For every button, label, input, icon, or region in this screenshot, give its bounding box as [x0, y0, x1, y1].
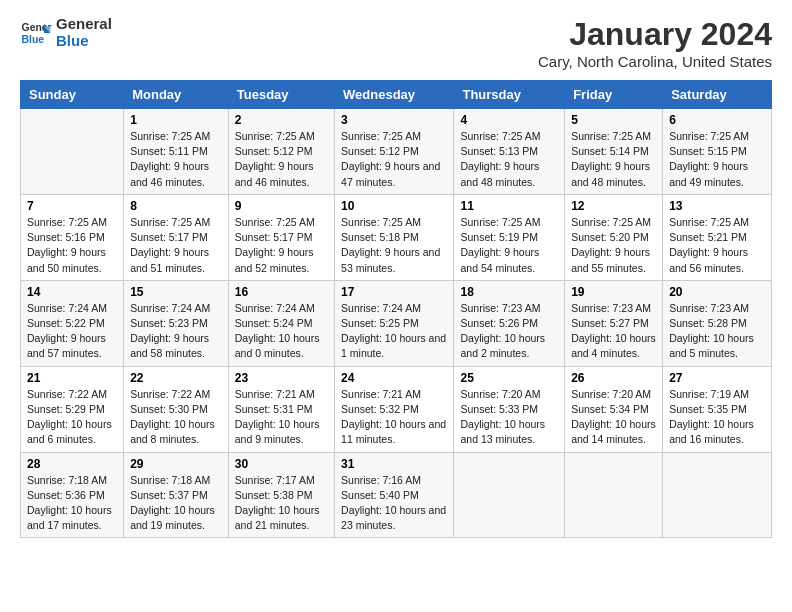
cell-info: Sunrise: 7:25 AMSunset: 5:13 PMDaylight:… — [460, 129, 558, 190]
cell-info: Sunrise: 7:25 AMSunset: 5:16 PMDaylight:… — [27, 215, 117, 276]
calendar-cell: 13Sunrise: 7:25 AMSunset: 5:21 PMDayligh… — [663, 194, 772, 280]
date-number: 10 — [341, 199, 447, 213]
date-number: 20 — [669, 285, 765, 299]
date-number: 31 — [341, 457, 447, 471]
day-header-monday: Monday — [124, 81, 229, 109]
calendar-cell: 1Sunrise: 7:25 AMSunset: 5:11 PMDaylight… — [124, 109, 229, 195]
date-number: 17 — [341, 285, 447, 299]
calendar-cell: 5Sunrise: 7:25 AMSunset: 5:14 PMDaylight… — [565, 109, 663, 195]
cell-info: Sunrise: 7:22 AMSunset: 5:29 PMDaylight:… — [27, 387, 117, 448]
calendar-cell — [454, 452, 565, 538]
calendar-cell: 31Sunrise: 7:16 AMSunset: 5:40 PMDayligh… — [335, 452, 454, 538]
cell-info: Sunrise: 7:16 AMSunset: 5:40 PMDaylight:… — [341, 473, 447, 534]
date-number: 2 — [235, 113, 328, 127]
day-header-tuesday: Tuesday — [228, 81, 334, 109]
calendar-cell: 12Sunrise: 7:25 AMSunset: 5:20 PMDayligh… — [565, 194, 663, 280]
calendar-cell — [21, 109, 124, 195]
date-number: 4 — [460, 113, 558, 127]
calendar-cell: 8Sunrise: 7:25 AMSunset: 5:17 PMDaylight… — [124, 194, 229, 280]
cell-info: Sunrise: 7:24 AMSunset: 5:22 PMDaylight:… — [27, 301, 117, 362]
date-number: 28 — [27, 457, 117, 471]
header: General Blue General Blue January 2024 C… — [20, 16, 772, 70]
date-number: 30 — [235, 457, 328, 471]
date-number: 27 — [669, 371, 765, 385]
cell-info: Sunrise: 7:17 AMSunset: 5:38 PMDaylight:… — [235, 473, 328, 534]
calendar-cell: 28Sunrise: 7:18 AMSunset: 5:36 PMDayligh… — [21, 452, 124, 538]
calendar-table: SundayMondayTuesdayWednesdayThursdayFrid… — [20, 80, 772, 538]
week-row-4: 21Sunrise: 7:22 AMSunset: 5:29 PMDayligh… — [21, 366, 772, 452]
date-number: 16 — [235, 285, 328, 299]
date-number: 25 — [460, 371, 558, 385]
cell-info: Sunrise: 7:25 AMSunset: 5:12 PMDaylight:… — [235, 129, 328, 190]
date-number: 24 — [341, 371, 447, 385]
cell-info: Sunrise: 7:21 AMSunset: 5:32 PMDaylight:… — [341, 387, 447, 448]
date-number: 8 — [130, 199, 222, 213]
cell-info: Sunrise: 7:24 AMSunset: 5:23 PMDaylight:… — [130, 301, 222, 362]
calendar-cell: 3Sunrise: 7:25 AMSunset: 5:12 PMDaylight… — [335, 109, 454, 195]
main-title: January 2024 — [538, 16, 772, 53]
date-number: 1 — [130, 113, 222, 127]
date-number: 9 — [235, 199, 328, 213]
calendar-cell: 16Sunrise: 7:24 AMSunset: 5:24 PMDayligh… — [228, 280, 334, 366]
calendar-cell — [565, 452, 663, 538]
calendar-cell: 7Sunrise: 7:25 AMSunset: 5:16 PMDaylight… — [21, 194, 124, 280]
date-number: 5 — [571, 113, 656, 127]
date-number: 7 — [27, 199, 117, 213]
date-number: 23 — [235, 371, 328, 385]
week-row-3: 14Sunrise: 7:24 AMSunset: 5:22 PMDayligh… — [21, 280, 772, 366]
week-row-5: 28Sunrise: 7:18 AMSunset: 5:36 PMDayligh… — [21, 452, 772, 538]
calendar-cell: 22Sunrise: 7:22 AMSunset: 5:30 PMDayligh… — [124, 366, 229, 452]
cell-info: Sunrise: 7:25 AMSunset: 5:19 PMDaylight:… — [460, 215, 558, 276]
date-number: 12 — [571, 199, 656, 213]
cell-info: Sunrise: 7:25 AMSunset: 5:12 PMDaylight:… — [341, 129, 447, 190]
calendar-cell: 26Sunrise: 7:20 AMSunset: 5:34 PMDayligh… — [565, 366, 663, 452]
cell-info: Sunrise: 7:21 AMSunset: 5:31 PMDaylight:… — [235, 387, 328, 448]
day-header-friday: Friday — [565, 81, 663, 109]
date-number: 18 — [460, 285, 558, 299]
cell-info: Sunrise: 7:23 AMSunset: 5:26 PMDaylight:… — [460, 301, 558, 362]
cell-info: Sunrise: 7:23 AMSunset: 5:27 PMDaylight:… — [571, 301, 656, 362]
date-number: 22 — [130, 371, 222, 385]
calendar-cell: 21Sunrise: 7:22 AMSunset: 5:29 PMDayligh… — [21, 366, 124, 452]
calendar-cell: 11Sunrise: 7:25 AMSunset: 5:19 PMDayligh… — [454, 194, 565, 280]
cell-info: Sunrise: 7:23 AMSunset: 5:28 PMDaylight:… — [669, 301, 765, 362]
calendar-cell: 10Sunrise: 7:25 AMSunset: 5:18 PMDayligh… — [335, 194, 454, 280]
calendar-cell: 14Sunrise: 7:24 AMSunset: 5:22 PMDayligh… — [21, 280, 124, 366]
date-number: 15 — [130, 285, 222, 299]
date-number: 29 — [130, 457, 222, 471]
calendar-cell: 27Sunrise: 7:19 AMSunset: 5:35 PMDayligh… — [663, 366, 772, 452]
calendar-cell: 24Sunrise: 7:21 AMSunset: 5:32 PMDayligh… — [335, 366, 454, 452]
date-number: 26 — [571, 371, 656, 385]
cell-info: Sunrise: 7:18 AMSunset: 5:36 PMDaylight:… — [27, 473, 117, 534]
calendar-cell: 6Sunrise: 7:25 AMSunset: 5:15 PMDaylight… — [663, 109, 772, 195]
title-section: January 2024 Cary, North Carolina, Unite… — [538, 16, 772, 70]
week-row-2: 7Sunrise: 7:25 AMSunset: 5:16 PMDaylight… — [21, 194, 772, 280]
subtitle: Cary, North Carolina, United States — [538, 53, 772, 70]
date-number: 14 — [27, 285, 117, 299]
day-header-wednesday: Wednesday — [335, 81, 454, 109]
calendar-cell — [663, 452, 772, 538]
cell-info: Sunrise: 7:25 AMSunset: 5:18 PMDaylight:… — [341, 215, 447, 276]
calendar-cell: 17Sunrise: 7:24 AMSunset: 5:25 PMDayligh… — [335, 280, 454, 366]
cell-info: Sunrise: 7:19 AMSunset: 5:35 PMDaylight:… — [669, 387, 765, 448]
cell-info: Sunrise: 7:25 AMSunset: 5:15 PMDaylight:… — [669, 129, 765, 190]
calendar-cell: 23Sunrise: 7:21 AMSunset: 5:31 PMDayligh… — [228, 366, 334, 452]
calendar-cell: 30Sunrise: 7:17 AMSunset: 5:38 PMDayligh… — [228, 452, 334, 538]
calendar-cell: 15Sunrise: 7:24 AMSunset: 5:23 PMDayligh… — [124, 280, 229, 366]
calendar-cell: 9Sunrise: 7:25 AMSunset: 5:17 PMDaylight… — [228, 194, 334, 280]
logo-icon: General Blue — [20, 17, 52, 49]
calendar-cell: 29Sunrise: 7:18 AMSunset: 5:37 PMDayligh… — [124, 452, 229, 538]
cell-info: Sunrise: 7:25 AMSunset: 5:17 PMDaylight:… — [130, 215, 222, 276]
logo: General Blue General Blue — [20, 16, 112, 49]
cell-info: Sunrise: 7:20 AMSunset: 5:33 PMDaylight:… — [460, 387, 558, 448]
cell-info: Sunrise: 7:25 AMSunset: 5:20 PMDaylight:… — [571, 215, 656, 276]
calendar-cell: 18Sunrise: 7:23 AMSunset: 5:26 PMDayligh… — [454, 280, 565, 366]
date-number: 3 — [341, 113, 447, 127]
calendar-cell: 2Sunrise: 7:25 AMSunset: 5:12 PMDaylight… — [228, 109, 334, 195]
date-number: 6 — [669, 113, 765, 127]
date-number: 21 — [27, 371, 117, 385]
day-header-thursday: Thursday — [454, 81, 565, 109]
date-number: 19 — [571, 285, 656, 299]
cell-info: Sunrise: 7:22 AMSunset: 5:30 PMDaylight:… — [130, 387, 222, 448]
cell-info: Sunrise: 7:24 AMSunset: 5:25 PMDaylight:… — [341, 301, 447, 362]
